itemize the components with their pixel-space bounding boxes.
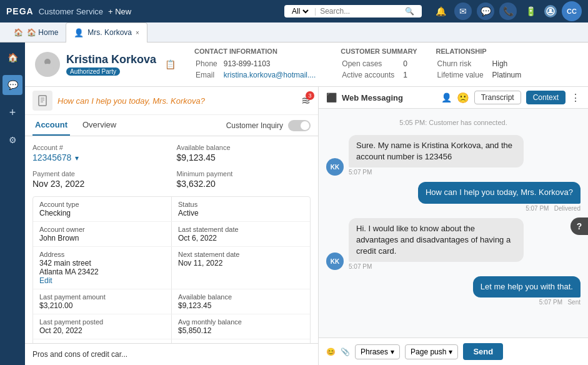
document-icon[interactable] <box>32 91 52 111</box>
customer-name: Kristina Korkova <box>66 53 156 66</box>
close-tab-button[interactable]: × <box>136 29 139 36</box>
right-panel: ⬛ Web Messaging 👤 🙁 Transcript Context ⋮… <box>319 87 588 365</box>
user-avatar-icon[interactable]: CC <box>562 1 582 21</box>
tab-account[interactable]: Account <box>32 115 70 136</box>
status-value: Active <box>178 209 304 218</box>
customer-avatar <box>35 52 60 77</box>
wave-icon-area: ≋ 3 <box>301 94 311 108</box>
emoji-button[interactable]: 😊 <box>326 348 336 356</box>
service-icon[interactable] <box>544 5 557 18</box>
chat-emoji-icon: 🙁 <box>457 92 469 104</box>
address-label: Address <box>39 251 165 258</box>
chat-icon[interactable]: 💬 <box>477 2 494 20</box>
active-tab-icon: 👤 <box>74 28 84 38</box>
chat-area-wrapper: ⬛ Web Messaging 👤 🙁 Transcript Context ⋮… <box>319 87 588 365</box>
last-payment-posted-value: Oct 20, 2022 <box>39 326 165 335</box>
sidebar-add-icon[interactable]: + <box>2 102 22 122</box>
customer-avatar-area: Kristina Korkova Authorized Party 📋 <box>35 52 176 77</box>
chat-title: Web Messaging <box>342 93 436 102</box>
context-button[interactable]: Context <box>526 91 566 104</box>
page-push-button[interactable]: Page push ▾ <box>405 344 458 359</box>
mail-icon[interactable]: ✉ <box>454 2 472 20</box>
acct-number-label: Account # <box>32 144 167 151</box>
email-value: kristina.korkova@hotmail.... <box>224 70 321 80</box>
msg2-status: Delivered <box>554 205 581 212</box>
last-statement-label: Last statement date <box>178 226 304 233</box>
last-payment-value: $3,210.00 <box>39 301 165 310</box>
send-button[interactable]: Send <box>463 343 503 360</box>
account-tabs: Account Overview Customer Inquiry <box>25 115 318 136</box>
msg4-time: 5:07 PM <box>539 299 562 306</box>
email-link[interactable]: kristina.korkova@hotmail.... <box>224 71 316 79</box>
customer-chat-avatar-2: KK <box>326 252 344 270</box>
sidebar-home-icon[interactable]: 🏠 <box>2 48 22 68</box>
active-accounts-value: 1 <box>403 70 415 80</box>
open-cases-label: Open cases <box>342 59 402 69</box>
message-time-1: 5:07 PM <box>349 169 524 176</box>
contact-section: CONTACT INFORMATION Phone 913-899-1103 E… <box>194 48 322 81</box>
tab-overview[interactable]: Overview <box>80 115 119 136</box>
avail-balance2-value: $9,123.45 <box>178 301 304 310</box>
new-button[interactable]: + New <box>108 7 131 16</box>
customer-inquiry-toggle[interactable] <box>288 120 311 131</box>
acct-chevron-icon: ▾ <box>75 154 79 162</box>
message-row-1: KK Sure. My name is Kristina Korkova, an… <box>326 135 581 176</box>
lifetime-value-label: Lifetime value <box>437 70 491 80</box>
agent-message-1: How can I help you today, Mrs. Korkova? <box>426 188 573 197</box>
summary-section: CUSTOMER SUMMARY Open cases 0 Active acc… <box>341 48 417 81</box>
phrases-button[interactable]: Phrases ▾ <box>355 344 400 359</box>
pega-logo: PEGA <box>6 6 34 16</box>
pulse-bar: How can I help you today, Mrs. Korkova? … <box>25 87 318 115</box>
message-row-3: KK Hi. I would like to know about the ad… <box>326 218 581 271</box>
message-meta-4: 5:07 PM Sent <box>473 299 581 306</box>
open-cases-value: 0 <box>403 59 415 69</box>
connected-divider: 5:05 PM: Customer has connected. <box>326 119 581 126</box>
next-statement-label: Next statement date <box>178 251 304 258</box>
status-label: Status <box>178 201 304 208</box>
attach-button[interactable]: 📎 <box>341 348 350 356</box>
help-button[interactable]: ? <box>571 218 588 235</box>
message-row-2: How can I help you today, Mrs. Korkova? … <box>326 182 581 211</box>
app-name: Customer Service <box>39 7 103 16</box>
acct-type-label: Account type <box>39 201 165 208</box>
left-panel: How can I help you today, Mrs. Korkova? … <box>25 87 319 365</box>
phone-icon[interactable]: 📞 <box>499 2 517 20</box>
summary-title: CUSTOMER SUMMARY <box>341 48 417 55</box>
sidebar-messaging-icon[interactable]: 💬 <box>2 75 22 95</box>
avail-balance-value: $9,123.45 <box>177 152 311 162</box>
search-icon[interactable]: 🔍 <box>405 7 414 16</box>
customer-doc-icon[interactable]: 📋 <box>165 59 176 69</box>
avg-monthly-label: Avg monthly balance <box>178 318 304 326</box>
active-tab[interactable]: 👤 Mrs. Korkova × <box>66 22 147 42</box>
svg-rect-2 <box>548 12 553 13</box>
contact-title: CONTACT INFORMATION <box>194 48 322 55</box>
chat-more-icon[interactable]: ⋮ <box>571 92 581 104</box>
message-time-3: 5:07 PM <box>349 263 524 270</box>
battery-icon[interactable]: 🔋 <box>522 2 539 20</box>
transcript-button[interactable]: Transcript <box>474 91 521 104</box>
pulse-question: How can I help you today, Mrs. Korkova? <box>57 96 205 106</box>
email-label: Email <box>196 70 222 80</box>
top-navigation: PEGA Customer Service + New All | 🔍 🔔 ✉ … <box>0 0 588 22</box>
customer-bubble-1: Sure. My name is Kristina Korkova, and t… <box>349 135 524 168</box>
acct-owner-value: John Brown <box>39 234 165 242</box>
edit-address-link[interactable]: Edit <box>39 276 165 285</box>
home-tab-label: 🏠 Home <box>27 28 58 37</box>
acct-type-value: Checking <box>39 209 165 218</box>
sidebar-settings-icon[interactable]: ⚙ <box>2 130 22 150</box>
min-payment-value: $3,632.20 <box>177 179 311 189</box>
message-meta-2: 5:07 PM Delivered <box>418 205 581 212</box>
search-input[interactable] <box>320 7 401 16</box>
acct-number-value[interactable]: 12345678 ▾ <box>32 152 167 162</box>
home-tab[interactable]: 🏠 🏠 Home <box>6 22 66 42</box>
toggle-label: Customer Inquiry <box>226 121 283 130</box>
avail-balance2-label: Available balance <box>178 293 304 301</box>
min-payment-label: Minimum payment <box>177 170 311 178</box>
account-details-grid: Account type Checking Status Active <box>32 196 311 343</box>
content-area: Kristina Korkova Authorized Party 📋 CONT… <box>25 42 588 365</box>
search-filter-select[interactable]: All <box>289 6 311 16</box>
address-line2: Atlanta MA 23422 <box>39 268 165 276</box>
bell-icon[interactable]: 🔔 <box>432 2 449 20</box>
search-bar: All | 🔍 <box>284 5 422 18</box>
customer-chat-avatar-1: KK <box>326 158 344 176</box>
